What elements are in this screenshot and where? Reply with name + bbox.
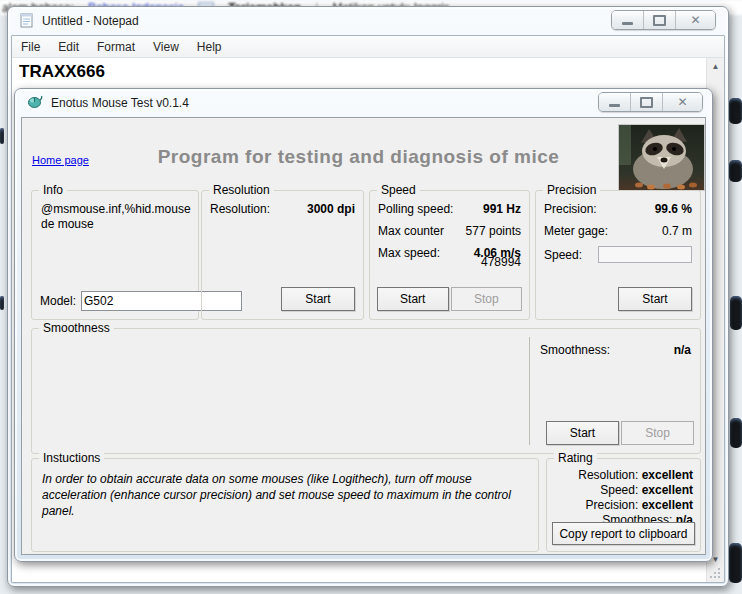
instructions-groupbox: Instuctions In order to obtain accurate … bbox=[31, 458, 539, 552]
background-artifact bbox=[729, 543, 742, 583]
speed-groupbox: Speed Polling speed: 991 Hz Max counter … bbox=[369, 190, 530, 320]
rating-resolution-value: excellent bbox=[642, 468, 693, 482]
polling-speed-label: Polling speed: bbox=[378, 202, 453, 216]
resolution-groupbox: Resolution Resolution: 3000 dpi Start bbox=[201, 190, 364, 320]
precision-speed-label: Speed: bbox=[544, 248, 582, 262]
precision-group-title: Precision bbox=[543, 183, 600, 197]
mousetest-window: Enotus Mouse Test v0.1.4 ✕ Home page Pro… bbox=[14, 88, 713, 562]
mousetest-window-controls: ✕ bbox=[598, 92, 703, 112]
mousetest-client-area: Home page Program for testing and diagno… bbox=[21, 117, 706, 555]
rating-speed-label: Speed: bbox=[600, 483, 638, 497]
minimize-icon bbox=[609, 104, 620, 107]
instructions-group-title: Instuctions bbox=[39, 451, 104, 465]
notepad-icon bbox=[19, 12, 35, 28]
minimize-button[interactable] bbox=[599, 93, 631, 111]
smoothness-stop-button[interactable]: Stop bbox=[621, 421, 694, 445]
model-label: Model: bbox=[40, 294, 76, 308]
speed-stop-button[interactable]: Stop bbox=[451, 287, 523, 311]
menu-file[interactable]: File bbox=[12, 36, 49, 57]
rating-precision-value: excellent bbox=[642, 498, 693, 512]
smoothness-label: Smoothness: bbox=[540, 343, 610, 357]
notepad-window-controls: ✕ bbox=[611, 10, 716, 30]
rating-precision-label: Precision: bbox=[586, 498, 639, 512]
minimize-button[interactable] bbox=[612, 11, 644, 29]
menu-view[interactable]: View bbox=[144, 36, 188, 57]
max-counter-value: 577 points bbox=[466, 224, 521, 238]
maximize-icon bbox=[640, 97, 653, 108]
close-button[interactable]: ✕ bbox=[663, 93, 702, 111]
background-artifact bbox=[730, 296, 742, 330]
rating-resolution-label: Resolution: bbox=[578, 468, 638, 482]
precision-speed-field bbox=[598, 246, 692, 263]
notepad-window-title: Untitled - Notepad bbox=[42, 14, 139, 28]
precision-label: Precision: bbox=[544, 202, 597, 216]
resolution-value: 3000 dpi bbox=[307, 202, 355, 216]
maximize-button[interactable] bbox=[631, 93, 663, 111]
resolution-label: Resolution: bbox=[210, 202, 270, 216]
rating-groupbox: Rating Resolution: excellent Speed: exce… bbox=[546, 458, 701, 552]
resolution-start-button[interactable]: Start bbox=[281, 287, 355, 311]
mousetest-titlebar[interactable]: Enotus Mouse Test v0.1.4 ✕ bbox=[15, 89, 712, 116]
speed-start-button[interactable]: Start bbox=[377, 287, 449, 311]
notepad-titlebar[interactable]: Untitled - Notepad ✕ bbox=[8, 7, 728, 34]
program-heading: Program for testing and diagnosis of mic… bbox=[132, 146, 585, 168]
rating-group-title: Rating bbox=[554, 451, 597, 465]
precision-groupbox: Precision Precision: 99.6 % Meter gage: … bbox=[535, 190, 701, 320]
mousetest-app-icon bbox=[27, 94, 43, 110]
rating-speed-value: excellent bbox=[642, 483, 693, 497]
smoothness-group-title: Smoothness bbox=[39, 321, 114, 335]
instructions-text: In order to obtain accurate data on some… bbox=[32, 459, 538, 519]
background-artifact bbox=[0, 128, 4, 144]
close-button[interactable]: ✕ bbox=[676, 11, 715, 29]
home-page-link[interactable]: Home page bbox=[32, 154, 89, 166]
scroll-up-arrow[interactable]: ▲ bbox=[707, 58, 724, 75]
background-artifact bbox=[729, 98, 742, 124]
smoothness-value: n/a bbox=[674, 343, 691, 357]
max-counter-label: Max counter bbox=[378, 224, 444, 238]
info-group-title: Info bbox=[39, 183, 67, 197]
close-icon: ✕ bbox=[677, 96, 687, 108]
menu-edit[interactable]: Edit bbox=[49, 36, 88, 57]
copy-report-button[interactable]: Copy report to clipboard bbox=[552, 522, 695, 545]
info-groupbox: Info @msmouse.inf,%hid.mousede mouse Mod… bbox=[31, 190, 199, 320]
menu-help[interactable]: Help bbox=[188, 36, 231, 57]
resize-grip[interactable] bbox=[710, 568, 722, 580]
mousetest-window-title: Enotus Mouse Test v0.1.4 bbox=[51, 96, 189, 110]
max-speed-label: Max speed: bbox=[378, 246, 440, 260]
speed-group-title: Speed bbox=[377, 183, 420, 197]
resolution-group-title: Resolution bbox=[209, 183, 274, 197]
smoothness-divider bbox=[529, 337, 530, 445]
background-artifact bbox=[0, 296, 4, 310]
minimize-icon bbox=[622, 22, 633, 25]
background-artifact bbox=[730, 418, 742, 448]
close-icon: ✕ bbox=[690, 14, 700, 26]
notepad-menubar: File Edit Format View Help bbox=[12, 36, 724, 58]
meter-gage-label: Meter gage: bbox=[544, 224, 608, 238]
raccoon-image bbox=[618, 124, 705, 191]
device-info-text: @msmouse.inf,%hid.mousede mouse bbox=[32, 191, 198, 232]
menu-format[interactable]: Format bbox=[88, 36, 144, 57]
maximize-icon bbox=[653, 15, 666, 26]
precision-start-button[interactable]: Start bbox=[618, 287, 692, 311]
polling-speed-value: 991 Hz bbox=[483, 202, 521, 216]
screen: alam bahasa: Bahasa Indonesia Terjemahka… bbox=[0, 0, 742, 594]
maximize-button[interactable] bbox=[644, 11, 676, 29]
smoothness-groupbox: Smoothness Smoothness: n/a Start Stop bbox=[31, 328, 701, 454]
precision-value: 99.6 % bbox=[655, 202, 692, 216]
background-artifact bbox=[729, 160, 742, 182]
meter-gage-value: 0.7 m bbox=[662, 224, 692, 238]
smoothness-start-button[interactable]: Start bbox=[546, 421, 619, 445]
